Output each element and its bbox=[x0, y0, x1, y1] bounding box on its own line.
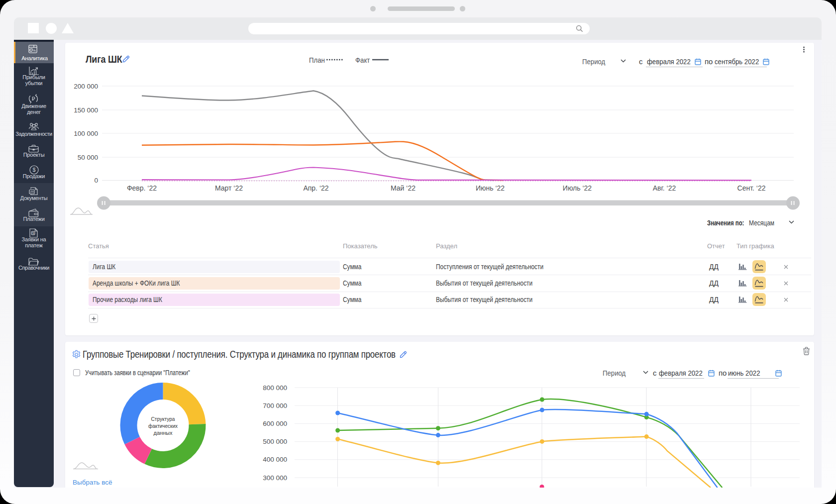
svg-text:фактических: фактических bbox=[148, 423, 178, 429]
svg-text:Июль ‘22: Июль ‘22 bbox=[563, 184, 592, 192]
svg-text:50 000: 50 000 bbox=[78, 154, 98, 161]
svg-text:300 000: 300 000 bbox=[263, 474, 287, 482]
svg-text:0: 0 bbox=[94, 177, 98, 184]
svg-text:800 000: 800 000 bbox=[263, 384, 287, 392]
svg-text:Февр. ‘22: Февр. ‘22 bbox=[127, 184, 157, 192]
svg-text:Май ‘22: Май ‘22 bbox=[391, 184, 416, 192]
svg-text:$: $ bbox=[32, 167, 35, 173]
svg-text:400 000: 400 000 bbox=[263, 456, 287, 463]
svg-text:Авг. ‘22: Авг. ‘22 bbox=[653, 184, 676, 192]
svg-text:100 000: 100 000 bbox=[74, 130, 98, 137]
svg-text:200 000: 200 000 bbox=[74, 83, 98, 90]
svg-text:700 000: 700 000 bbox=[263, 402, 287, 409]
svg-text:Сент. ‘22: Сент. ‘22 bbox=[737, 184, 766, 192]
svg-text:Апр. ‘22: Апр. ‘22 bbox=[303, 184, 328, 192]
svg-text:150 000: 150 000 bbox=[74, 106, 98, 114]
svg-text:500 000: 500 000 bbox=[263, 438, 287, 445]
svg-text:600 000: 600 000 bbox=[263, 420, 287, 427]
svg-text:Март ‘22: Март ‘22 bbox=[215, 184, 243, 192]
svg-text:Структура: Структура bbox=[151, 416, 176, 422]
svg-text:данных: данных bbox=[154, 430, 173, 436]
svg-text:Июнь ‘22: Июнь ‘22 bbox=[476, 184, 505, 192]
